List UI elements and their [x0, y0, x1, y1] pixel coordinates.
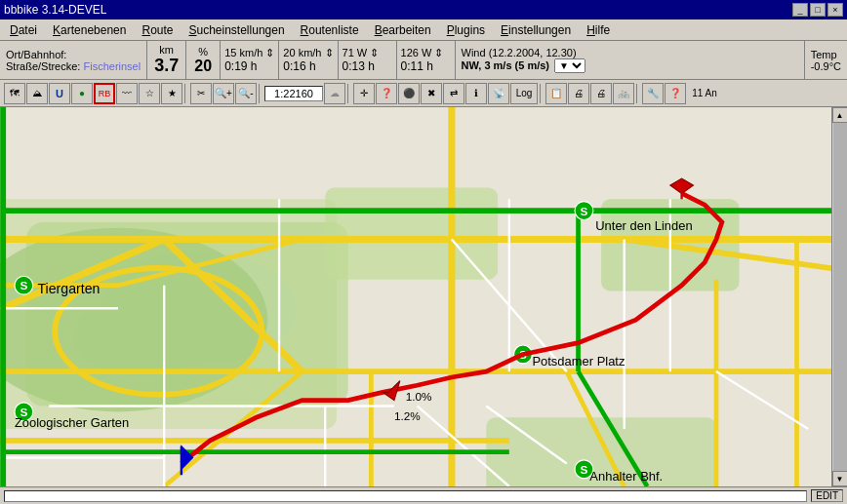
close-button[interactable]: × — [827, 3, 843, 17]
speed4-time: 0:11 h — [401, 59, 451, 73]
toolbar-rb-icon[interactable]: RB — [94, 83, 115, 104]
svg-text:1.0%: 1.0% — [406, 390, 432, 403]
sep4 — [540, 84, 544, 103]
toolbar-swap-icon[interactable]: ⇄ — [443, 83, 464, 104]
toolbar-red-circle-icon[interactable]: ⚫ — [398, 83, 420, 104]
menubar: Datei Kartenebenen Route Sucheinstellung… — [0, 19, 847, 41]
infobar: Ort/Bahnhof: Straße/Strecke: Fischerinse… — [0, 41, 847, 80]
toolbar-anzeige: 11 An — [687, 83, 722, 104]
toolbar-wave-icon[interactable]: 〰 — [116, 83, 138, 104]
toolbar-print-icon[interactable]: 🖨 — [568, 83, 589, 104]
temp-section: Temp -0.9°C — [805, 41, 847, 79]
statusbar: EDIT — [0, 486, 847, 504]
strasse-label: Straße/Strecke: Fischerinsel — [6, 60, 141, 72]
map-area[interactable]: S S S S S Tiergarten Un — [0, 107, 847, 486]
svg-text:Anhalter Bhf.: Anhalter Bhf. — [589, 469, 663, 484]
sep1 — [184, 84, 188, 103]
svg-text:1.2%: 1.2% — [394, 409, 421, 422]
speed2-time: 0:16 h — [283, 59, 333, 73]
toolbar-question-icon[interactable]: ❓ — [665, 83, 686, 104]
map-svg: S S S S S Tiergarten Un — [0, 107, 847, 486]
wind-value: NW, 3 m/s (5 m/s) ▼ — [462, 58, 798, 73]
km-label: km — [153, 44, 180, 56]
horizontal-scrollbar[interactable] — [4, 490, 807, 502]
svg-text:Unter den Linden: Unter den Linden — [595, 218, 692, 233]
menu-sucheinstellungen[interactable]: Sucheinstellungen — [181, 21, 292, 39]
svg-text:S: S — [581, 205, 588, 217]
km-value: 3.7 — [153, 56, 180, 76]
menu-kartenebenen[interactable]: Kartenebenen — [45, 21, 134, 39]
speed2-section: 20 km/h ⇕ 0:16 h — [279, 41, 338, 79]
scale-display: 1:22160 — [264, 86, 323, 101]
title-text: bbbike 3.14-DEVEL — [4, 3, 106, 17]
strasse-value: Fischerinsel — [83, 60, 141, 72]
sep3 — [347, 84, 351, 103]
scroll-track — [833, 123, 847, 471]
toolbar-star-outline-icon[interactable]: ☆ — [139, 83, 160, 104]
scroll-down-button[interactable]: ▼ — [832, 471, 848, 486]
sep5 — [636, 84, 640, 103]
toolbar-radio-icon[interactable]: 📡 — [488, 83, 509, 104]
svg-text:Zoologischer Garten: Zoologischer Garten — [15, 415, 129, 430]
wind-section: Wind (12.2.2004, 12.30) NW, 3 m/s (5 m/s… — [456, 41, 805, 79]
edit-label: EDIT — [811, 489, 843, 502]
maximize-button[interactable]: □ — [810, 3, 826, 17]
menu-hilfe[interactable]: Hilfe — [579, 21, 618, 39]
toolbar-cut-icon[interactable]: ✂ — [190, 83, 212, 104]
minimize-button[interactable]: _ — [792, 3, 808, 17]
temp-label: Temp — [811, 49, 841, 60]
ort-label: Ort/Bahnhof: — [6, 49, 141, 60]
toolbar-x-icon[interactable]: ✖ — [421, 83, 442, 104]
menu-einstellungen[interactable]: Einstellungen — [493, 21, 579, 39]
speed2-label: 20 km/h ⇕ — [283, 47, 333, 59]
speed1-time: 0:19 h — [224, 59, 274, 73]
menu-bearbeiten[interactable]: Bearbeiten — [367, 21, 439, 39]
window-controls: _ □ × — [792, 3, 843, 17]
toolbar-map-icon[interactable]: 🗺 — [4, 83, 25, 104]
toolbar-info-icon[interactable]: ℹ — [465, 83, 487, 104]
speed4-section: 126 W ⇕ 0:11 h — [397, 41, 456, 79]
wind-dropdown[interactable]: ▼ — [554, 58, 585, 73]
sep2 — [259, 84, 262, 103]
toolbar-star-icon[interactable]: ★ — [161, 83, 182, 104]
toolbar: 🗺 ⛰ U ● RB 〰 ☆ ★ ✂ 🔍+ 🔍- 1:22160 ☁ ✛ ❓ ⚫… — [0, 80, 847, 107]
scroll-up-button[interactable]: ▲ — [832, 107, 848, 123]
menu-route[interactable]: Route — [134, 21, 181, 39]
titlebar: bbbike 3.14-DEVEL _ □ × — [0, 0, 847, 19]
toolbar-crosshair-icon[interactable]: ✛ — [353, 83, 375, 104]
speed3-label: 71 W ⇕ — [343, 47, 392, 59]
toolbar-cloud-icon[interactable]: ☁ — [324, 83, 345, 104]
temp-value: -0.9°C — [811, 60, 841, 72]
km-section: km 3.7 — [147, 41, 186, 79]
toolbar-circle-icon[interactable]: ● — [71, 83, 93, 104]
svg-text:Potsdamer Platz: Potsdamer Platz — [532, 354, 625, 368]
svg-text:S: S — [581, 463, 588, 476]
toolbar-clipboard-icon[interactable]: 📋 — [545, 83, 567, 104]
menu-routenliste[interactable]: Routenliste — [293, 21, 367, 39]
speed1-label: 15 km/h ⇕ — [224, 47, 274, 59]
pct-section: % 20 — [186, 41, 221, 79]
toolbar-wrench-icon[interactable]: 🔧 — [642, 83, 664, 104]
menu-datei[interactable]: Datei — [2, 21, 45, 39]
speed3-section: 71 W ⇕ 0:13 h — [339, 41, 397, 79]
speed1-section: 15 km/h ⇕ 0:19 h — [221, 41, 279, 79]
svg-rect-8 — [325, 188, 498, 280]
svg-text:S: S — [20, 279, 27, 291]
pct-label: % — [192, 46, 214, 58]
toolbar-help-circle-icon[interactable]: ❓ — [376, 83, 397, 104]
toolbar-log-button[interactable]: Log — [510, 83, 538, 104]
toolbar-topo-icon[interactable]: ⛰ — [26, 83, 48, 104]
toolbar-print2-icon[interactable]: 🖨 — [590, 83, 612, 104]
toolbar-zoom-in-icon[interactable]: 🔍+ — [213, 83, 234, 104]
toolbar-bike-icon[interactable]: 🚲 — [613, 83, 634, 104]
speed4-label: 126 W ⇕ — [401, 47, 451, 59]
toolbar-metro-icon[interactable]: U — [49, 83, 70, 104]
location-section: Ort/Bahnhof: Straße/Strecke: Fischerinse… — [0, 41, 147, 79]
pct-value: 20 — [192, 58, 214, 75]
speed3-time: 0:13 h — [343, 59, 392, 73]
svg-text:Tiergarten: Tiergarten — [38, 281, 101, 296]
wind-label: Wind (12.2.2004, 12.30) — [462, 47, 798, 58]
toolbar-zoom-out-icon[interactable]: 🔍- — [235, 83, 257, 104]
map-scrollbar[interactable]: ▲ ▼ — [831, 107, 847, 486]
menu-plugins[interactable]: Plugins — [439, 21, 493, 39]
